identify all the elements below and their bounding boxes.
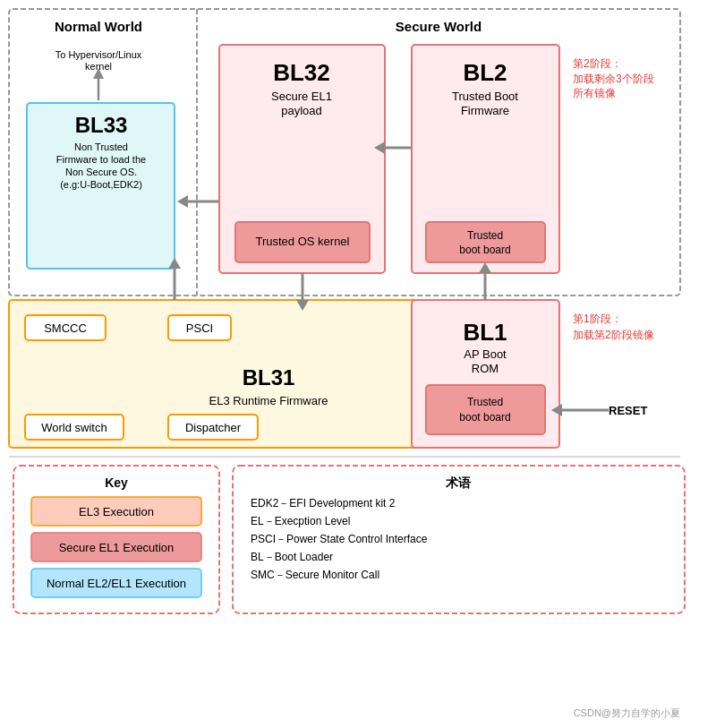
glossary-title: 术语 xyxy=(445,475,472,490)
bl2-subtitle-2: Firmware xyxy=(461,104,509,117)
bl32-subtitle-1: Secure EL1 xyxy=(271,90,332,103)
bl1-title: BL1 xyxy=(463,319,507,346)
key-title: Key xyxy=(105,475,128,490)
glossary-item-1: EDK2－EFI Development kit 2 xyxy=(251,497,396,510)
glossary-item-4: BL－Boot Loader xyxy=(251,551,333,563)
dispatcher-text: Dispatcher xyxy=(185,421,242,434)
watermark: CSDN@努力自学的小夏 xyxy=(574,707,680,718)
to-hypervisor-text: To Hypervisor/Linux xyxy=(55,49,142,60)
bl32-subtitle-2: payload xyxy=(281,104,322,117)
phase1-desc: 加载第2阶段镜像 xyxy=(573,329,654,341)
bl1-trusted-boot-box xyxy=(426,385,545,434)
secure-world-label: Secure World xyxy=(396,19,482,34)
bl1-trusted-boot-text-1: Trusted xyxy=(467,396,503,408)
reset-text: RESET xyxy=(609,404,647,417)
bl1-subtitle-1: AP Boot xyxy=(464,347,507,361)
bl33-title: BL33 xyxy=(75,113,128,137)
bl33-desc-3: Non Secure OS. xyxy=(65,167,137,177)
phase2-desc-1: 加载剩余3个阶段 xyxy=(573,73,654,85)
glossary-item-3: PSCI－Power State Control Interface xyxy=(251,533,428,545)
bl33-desc-1: Non Trusted xyxy=(74,141,128,152)
bl33-desc-2: Firmware to load the xyxy=(56,154,146,165)
psci-text: PSCI xyxy=(186,321,213,335)
phase2-label: 第2阶段： xyxy=(573,57,622,70)
el2-key-text: Normal EL2/EL1 Execution xyxy=(47,577,186,590)
bl1-trusted-boot-text-2: boot board xyxy=(459,411,510,424)
phase2-desc-2: 所有镜像 xyxy=(573,87,616,99)
bl2-trusted-boot-text-1: Trusted xyxy=(467,229,503,242)
trusted-os-kernel-text: Trusted OS kernel xyxy=(255,235,349,248)
bl33-desc-4: (e.g:U-Boot,EDK2) xyxy=(60,179,142,190)
sel1-key-text: Secure EL1 Execution xyxy=(59,541,175,554)
bl1-subtitle-2: ROM xyxy=(472,362,499,375)
el3-key-text: EL3 Execution xyxy=(79,505,154,518)
bl2-trusted-boot-box xyxy=(426,222,545,262)
bl31-title: BL31 xyxy=(243,365,295,390)
smccc-text: SMCCC xyxy=(44,321,87,335)
glossary-item-2: EL－Execption Level xyxy=(251,515,350,527)
glossary-item-5: SMC－Secure Monitor Call xyxy=(251,569,379,581)
bl2-subtitle-1: Trusted Boot xyxy=(452,90,518,103)
main-diagram: Normal World Secure World To Hypervisor/… xyxy=(0,0,716,728)
bl2-title: BL2 xyxy=(463,59,507,86)
bl31-subtitle: EL3 Runtime Firmware xyxy=(209,394,328,407)
bl32-title: BL32 xyxy=(273,59,330,86)
normal-world-label: Normal World xyxy=(55,19,142,34)
phase1-label: 第1阶段： xyxy=(573,313,622,325)
world-switch-text: World switch xyxy=(41,421,107,434)
bl2-trusted-boot-text-2: boot board xyxy=(459,244,510,256)
